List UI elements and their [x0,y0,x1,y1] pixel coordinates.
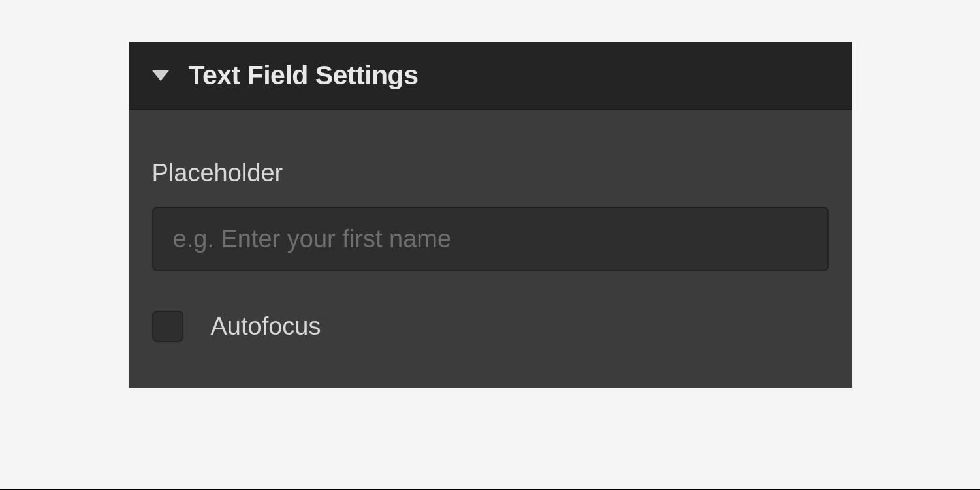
autofocus-label[interactable]: Autofocus [211,313,321,341]
panel-header[interactable]: Text Field Settings [129,42,852,110]
autofocus-row: Autofocus [152,311,829,342]
settings-panel: Text Field Settings Placeholder Autofocu… [129,42,852,388]
placeholder-input[interactable] [152,207,829,271]
placeholder-label: Placeholder [152,159,829,187]
panel-title: Text Field Settings [189,60,419,91]
panel-body: Placeholder Autofocus [129,110,852,388]
chevron-down-icon [152,70,169,81]
autofocus-checkbox[interactable] [152,311,183,342]
